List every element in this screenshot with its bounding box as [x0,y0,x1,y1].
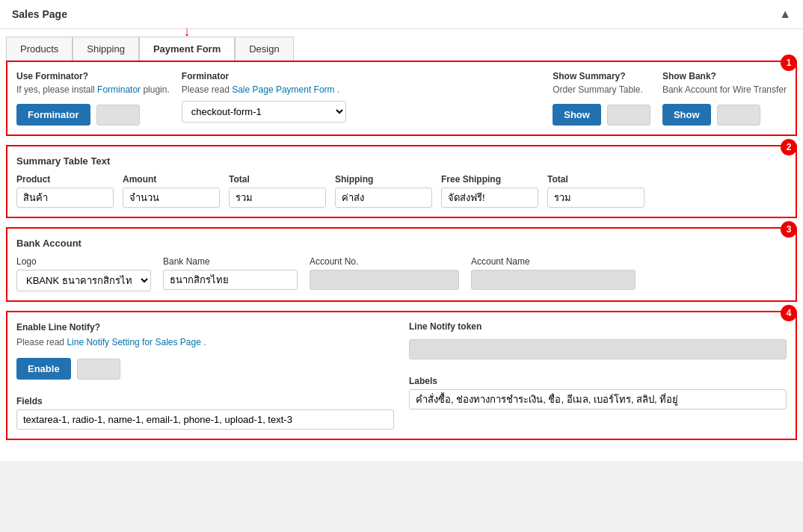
line-notify-two-col: Enable Line Notify? Please read Line Not… [16,321,787,430]
summary-col-amount-input[interactable] [123,188,220,208]
account-no-input[interactable] [310,270,459,290]
line-notify-right: Line Notify token Labels [409,321,787,430]
show-bank-label: Show Bank? [662,71,787,81]
sale-page-form-link[interactable]: Sale Page Payment Form [232,84,334,95]
summary-col-total2: Total [547,174,644,208]
show-bank-toggle[interactable] [717,105,760,126]
forminator-toggle[interactable] [96,105,140,126]
summary-table-title: Summary Table Text [16,155,787,167]
field-show-bank: Show Bank? Bank Account for Wire Transfe… [662,71,787,126]
summary-col-free-shipping-label: Free Shipping [441,174,538,185]
bank-row: Logo KBANK ธนาคารกสิกรไทย Bank Name Acco… [16,256,787,291]
bank-logo-label: Logo [16,256,151,267]
line-notify-link[interactable]: Line Notify Setting for Sales Page [67,337,200,347]
bank-account-title: Bank Account [16,238,787,249]
bank-name-input[interactable] [163,270,298,290]
forminator-button[interactable]: Forminator [16,104,90,126]
bank-col-logo: Logo KBANK ธนาคารกสิกรไทย [16,256,151,291]
bank-name-label: Bank Name [163,256,298,267]
section-bank-account: 3 Bank Account Logo KBANK ธนาคารกสิกรไทย… [6,227,797,302]
page-header: Sales Page ▲ [0,0,803,29]
forminator-select-label: Forminator [182,71,541,81]
field-forminator-select: Forminator Please read Sale Page Payment… [182,71,541,123]
enable-line-label: Enable Line Notify? [16,321,394,332]
summary-col-total2-input[interactable] [547,188,644,208]
forminator-plugin-link[interactable]: Forminator [97,84,141,95]
enable-line-toggle-row: Enable [16,358,394,380]
show-bank-toggle-row: Show [662,104,787,126]
summary-col-shipping: Shipping [335,174,432,208]
summary-col-amount-label: Amount [123,174,220,185]
tab-payment-form[interactable]: ↓ Payment Form [139,37,235,61]
show-summary-desc: Order Summary Table. [553,84,650,95]
account-name-label: Account Name [471,256,636,267]
section-badge-1: 1 [781,55,797,71]
bank-col-name: Bank Name [163,256,298,290]
enable-line-desc: Please read Line Notify Setting for Sale… [16,337,394,347]
section-line-notify: 4 Enable Line Notify? Please read Line N… [6,311,797,440]
forminator-dropdown[interactable]: checkout-form-1 [182,101,346,123]
tab-products[interactable]: Products [6,37,73,61]
summary-col-amount: Amount [123,174,220,208]
field-use-forminator: Use Forminator? If yes, please install F… [16,71,170,126]
fields-input[interactable] [16,409,394,430]
summary-col-total2-label: Total [547,174,644,185]
line-notify-left: Enable Line Notify? Please read Line Not… [16,321,394,430]
forminator-select-desc: Please read Sale Page Payment Form . [182,84,541,95]
tab-bar: Products Shipping ↓ Payment Form Design [0,29,803,61]
labels-label: Labels [409,376,787,386]
fields-label: Fields [16,396,394,406]
section-payment-form: 1 Use Forminator? If yes, please install… [6,61,797,136]
summary-col-total1-input[interactable] [229,188,326,208]
page-title: Sales Page [12,8,67,20]
account-no-label: Account No. [310,256,459,267]
show-bank-desc: Bank Account for Wire Transfer [662,84,787,95]
summary-columns: Product Amount Total Shipping [16,174,787,208]
bank-logo-select[interactable]: KBANK ธนาคารกสิกรไทย [16,270,151,291]
section-badge-2: 2 [781,139,797,155]
show-bank-button[interactable]: Show [662,104,711,126]
section-summary-table: 2 Summary Table Text Product Amount Tota… [6,145,797,218]
show-summary-toggle-row: Show [553,104,650,126]
line-token-input[interactable] [409,339,787,359]
bank-col-account-no: Account No. [310,256,459,290]
summary-col-shipping-label: Shipping [335,174,432,185]
summary-col-free-shipping: Free Shipping [441,174,538,208]
show-summary-toggle[interactable] [607,105,650,126]
fields-group: Fields [16,396,394,430]
show-summary-button[interactable]: Show [553,104,601,126]
forminator-toggle-row: Forminator [16,104,170,126]
summary-col-free-shipping-input[interactable] [441,188,538,208]
enable-line-toggle[interactable] [77,359,120,380]
tab-shipping[interactable]: Shipping [73,37,139,61]
content-area: 1 Use Forminator? If yes, please install… [0,61,803,461]
summary-col-product: Product [16,174,114,208]
line-token-label: Line Notify token [409,321,787,332]
labels-input[interactable] [409,389,787,409]
summary-col-total1: Total [229,174,326,208]
use-forminator-desc: If yes, please install Forminator plugin… [16,84,170,95]
labels-group: Labels [409,376,787,409]
summary-col-product-input[interactable] [16,188,114,208]
use-forminator-label: Use Forminator? [16,71,170,81]
enable-line-button[interactable]: Enable [16,358,71,380]
bank-col-account-name: Account Name [471,256,636,290]
collapse-icon[interactable]: ▲ [779,7,791,21]
summary-col-product-label: Product [16,174,114,185]
summary-col-shipping-input[interactable] [335,188,432,208]
field-show-summary: Show Summary? Order Summary Table. Show [553,71,650,126]
section-badge-3: 3 [781,221,797,238]
summary-col-total1-label: Total [229,174,326,185]
show-summary-label: Show Summary? [553,71,650,81]
tab-design[interactable]: Design [235,37,293,61]
section-badge-4: 4 [781,305,797,321]
account-name-input[interactable] [471,270,636,290]
